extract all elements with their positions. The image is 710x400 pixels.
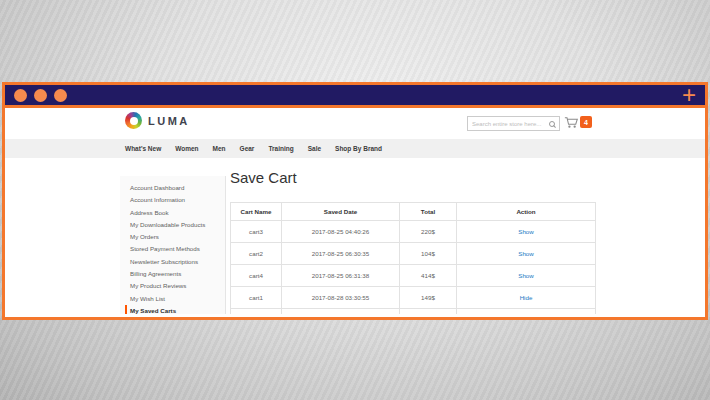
browser-window: + LUMA 4 What's New Women Men Gear Train… <box>2 82 708 320</box>
cell-action: Show <box>457 221 596 243</box>
table-row-partial <box>231 309 596 315</box>
sidebar-item-my-product-reviews[interactable]: My Product Reviews <box>125 280 225 292</box>
sidebar-item-account-information[interactable]: Account Information <box>125 194 225 206</box>
sidebar-item-my-orders[interactable]: My Orders <box>125 231 225 243</box>
luma-logo[interactable]: LUMA <box>125 112 190 129</box>
nav-item-men[interactable]: Men <box>213 145 226 152</box>
sidebar-item-my-saved-carts[interactable]: My Saved Carts <box>125 305 225 314</box>
sidebar-item-address-book[interactable]: Address Book <box>125 207 225 219</box>
search-icon[interactable] <box>549 121 555 127</box>
col-header-action: Action <box>457 203 596 221</box>
account-sidebar: Account Dashboard Account Information Ad… <box>120 176 226 314</box>
cell-action: Hide <box>457 287 596 309</box>
sidebar-item-newsletter-subscriptions[interactable]: Newsletter Subscriptions <box>125 256 225 268</box>
cell-cart-name: cart2 <box>231 243 282 265</box>
saved-carts-table: Cart Name Saved Date Total Action cart3 … <box>230 202 596 314</box>
sidebar-item-stored-payment-methods[interactable]: Stored Payment Methods <box>125 243 225 255</box>
page-title: Save Cart <box>230 169 297 186</box>
cell-cart-name: cart3 <box>231 221 282 243</box>
nav-item-training[interactable]: Training <box>268 145 293 152</box>
luma-logo-icon <box>125 112 142 129</box>
new-tab-button[interactable]: + <box>682 85 696 105</box>
nav-item-shop-by-brand[interactable]: Shop By Brand <box>335 145 382 152</box>
nav-item-women[interactable]: Women <box>175 145 198 152</box>
cell-total: 104$ <box>400 243 457 265</box>
cell-cart-name: cart4 <box>231 265 282 287</box>
cell-saved-date: 2017-08-25 06:30:35 <box>282 243 400 265</box>
show-cart-link[interactable]: Show <box>518 228 533 235</box>
table-header-row: Cart Name Saved Date Total Action <box>231 203 596 221</box>
sidebar-item-account-dashboard[interactable]: Account Dashboard <box>125 182 225 194</box>
browser-titlebar: + <box>5 85 705 108</box>
nav-item-sale[interactable]: Sale <box>308 145 321 152</box>
show-cart-link[interactable]: Show <box>518 250 533 257</box>
cell-saved-date: 2017-08-25 04:40:26 <box>282 221 400 243</box>
col-header-saved-date: Saved Date <box>282 203 400 221</box>
main-navigation: What's New Women Men Gear Training Sale … <box>5 139 705 158</box>
window-control-dot-2[interactable] <box>34 89 47 102</box>
cart-icon <box>564 116 578 129</box>
search-input[interactable] <box>472 121 549 127</box>
cell-total: 220$ <box>400 221 457 243</box>
window-control-dot-3[interactable] <box>54 89 67 102</box>
show-cart-link[interactable]: Show <box>518 272 533 279</box>
sidebar-item-my-downloadable-products[interactable]: My Downloadable Products <box>125 219 225 231</box>
cell-saved-date: 2017-08-25 06:31:38 <box>282 265 400 287</box>
table-row: cart1 2017-08-28 03:30:55 149$ Hide <box>231 287 596 309</box>
cell-total: 414$ <box>400 265 457 287</box>
cell-total: 149$ <box>400 287 457 309</box>
desktop-background: { "window": { "new_tab_label": "+" }, "c… <box>0 0 710 400</box>
sidebar-item-my-wish-list[interactable]: My Wish List <box>125 293 225 305</box>
cell-cart-name: cart1 <box>231 287 282 309</box>
table-row: cart4 2017-08-25 06:31:38 414$ Show <box>231 265 596 287</box>
search-box <box>467 116 560 131</box>
col-header-cart-name: Cart Name <box>231 203 282 221</box>
table-row: cart2 2017-08-25 06:30:35 104$ Show <box>231 243 596 265</box>
nav-item-gear[interactable]: Gear <box>240 145 255 152</box>
sidebar-item-billing-agreements[interactable]: Billing Agreements <box>125 268 225 280</box>
minicart-button[interactable]: 4 <box>564 116 592 129</box>
cart-count-badge: 4 <box>580 116 592 128</box>
window-control-dot-1[interactable] <box>14 89 27 102</box>
cell-saved-date: 2017-08-28 03:30:55 <box>282 287 400 309</box>
table-row: cart3 2017-08-25 04:40:26 220$ Show <box>231 221 596 243</box>
nav-item-whats-new[interactable]: What's New <box>125 145 161 152</box>
cell-action: Show <box>457 243 596 265</box>
cell-action: Show <box>457 265 596 287</box>
col-header-total: Total <box>400 203 457 221</box>
hide-cart-link[interactable]: Hide <box>520 294 533 301</box>
luma-logo-text: LUMA <box>148 115 190 127</box>
store-page: LUMA 4 What's New Women Men Gear Trainin… <box>5 108 705 314</box>
